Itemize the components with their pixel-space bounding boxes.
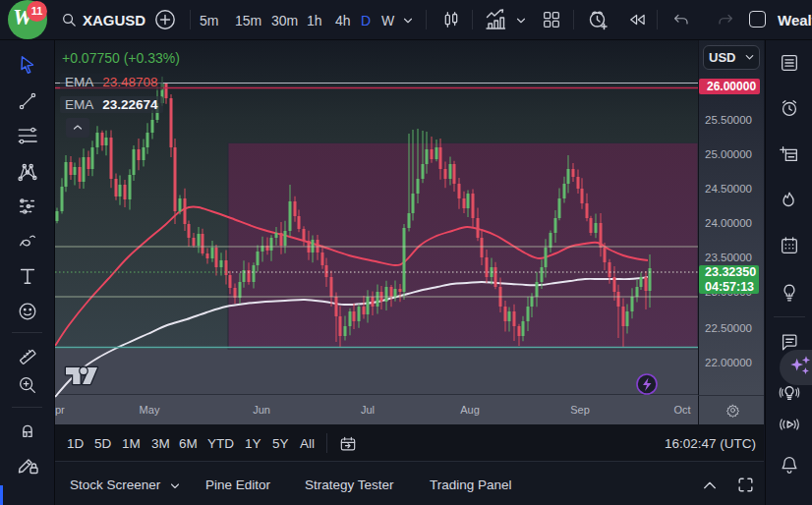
svg-text:Sep: Sep bbox=[570, 404, 590, 416]
svg-text:Jun: Jun bbox=[253, 404, 270, 416]
svg-text:May: May bbox=[140, 404, 160, 416]
svg-text:pr: pr bbox=[55, 404, 65, 416]
svg-text:Oct: Oct bbox=[673, 404, 690, 416]
svg-text:Aug: Aug bbox=[460, 404, 480, 416]
svg-text:Jul: Jul bbox=[361, 404, 375, 416]
